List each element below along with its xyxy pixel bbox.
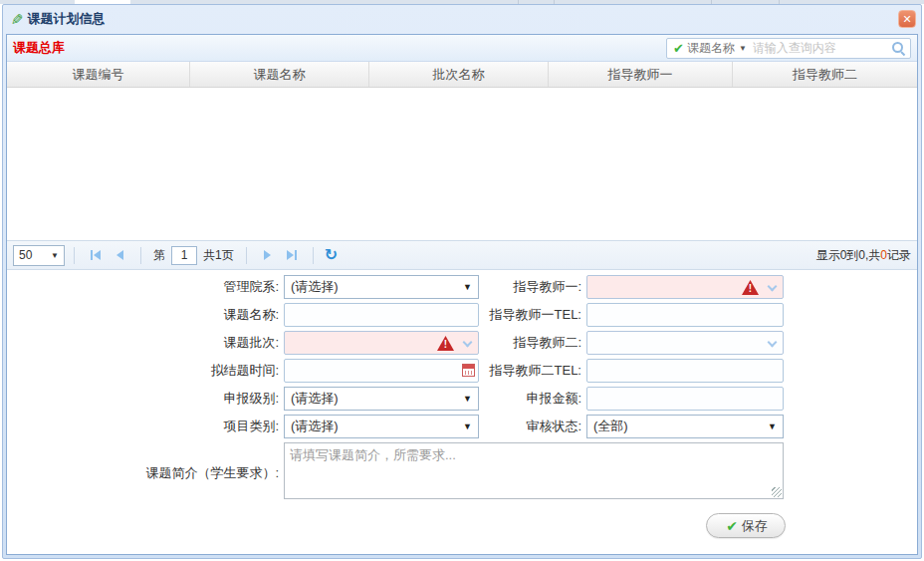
search-box: ✔ 课题名称 ▼ bbox=[666, 38, 911, 59]
status-label: 审核状态: bbox=[483, 418, 586, 435]
chevron-down-icon: ▼ bbox=[463, 394, 472, 404]
panel-title: 课题总库 bbox=[13, 39, 65, 57]
status-select[interactable]: (全部) ▼ bbox=[586, 415, 784, 438]
warning-icon bbox=[437, 336, 454, 351]
column-header-topic-name[interactable]: 课题名称 bbox=[190, 62, 369, 87]
category-label: 项目类别: bbox=[7, 418, 284, 435]
advisor2-label: 指导教师二: bbox=[483, 334, 586, 352]
pagination-bar: 50 ▼ 第 共1页 bbox=[7, 240, 917, 270]
next-page-icon bbox=[264, 250, 271, 260]
dept-label: 管理院系: bbox=[7, 278, 284, 296]
chevron-down-icon bbox=[768, 338, 778, 348]
table-body-empty bbox=[7, 88, 917, 240]
dialog-title: 课题计划信息 bbox=[28, 10, 106, 28]
first-page-icon bbox=[91, 250, 93, 260]
advisor1-combobox[interactable] bbox=[586, 275, 784, 299]
search-icon[interactable] bbox=[891, 41, 906, 56]
page-size-select[interactable]: 50 ▼ bbox=[13, 245, 65, 266]
chevron-down-icon bbox=[768, 282, 778, 292]
last-page-button[interactable] bbox=[280, 245, 304, 265]
chevron-down-icon: ▼ bbox=[463, 421, 472, 431]
page-number-input[interactable] bbox=[171, 246, 197, 265]
batch-label: 课题批次: bbox=[7, 334, 284, 352]
warning-icon bbox=[742, 280, 759, 295]
dialog-window: ✎ 课题计划信息 ✕ 课题总库 ✔ 课题名称 ▼ bbox=[2, 4, 922, 559]
last-page-icon bbox=[295, 250, 297, 260]
intro-textarea[interactable] bbox=[284, 442, 784, 499]
prev-page-icon bbox=[116, 250, 123, 260]
advisor2-tel-input[interactable] bbox=[586, 359, 784, 383]
save-button[interactable]: ✔ 保存 bbox=[706, 513, 786, 538]
dept-select[interactable]: (请选择) ▼ bbox=[284, 275, 479, 299]
advisor1-tel-label: 指导教师一TEL: bbox=[483, 306, 586, 324]
field-check-icon: ✔ bbox=[673, 42, 684, 55]
record-count: 0 bbox=[880, 248, 887, 262]
save-button-label: 保存 bbox=[742, 517, 768, 535]
level-select[interactable]: (请选择) ▼ bbox=[284, 387, 479, 411]
amount-input[interactable] bbox=[586, 387, 784, 411]
table-header: 课题编号 课题名称 批次名称 指导教师一 指导教师二 bbox=[7, 62, 917, 88]
save-check-icon: ✔ bbox=[726, 519, 738, 533]
refresh-icon[interactable]: ↻ bbox=[325, 247, 338, 263]
topic-name-label: 课题名称: bbox=[7, 306, 284, 324]
intro-field bbox=[284, 442, 784, 499]
chevron-down-icon: ▼ bbox=[51, 251, 59, 260]
first-page-button[interactable] bbox=[84, 245, 108, 265]
grid-toolbar: 课题总库 ✔ 课题名称 ▼ bbox=[7, 35, 917, 62]
record-summary: 显示0到0,共0记录 bbox=[816, 247, 911, 264]
screen: ✎ 课题计划信息 ✕ 课题总库 ✔ 课题名称 ▼ bbox=[0, 0, 924, 561]
advisor2-combobox[interactable] bbox=[586, 331, 784, 355]
batch-combobox[interactable] bbox=[284, 331, 479, 355]
chevron-down-icon: ▼ bbox=[768, 421, 777, 431]
chevron-down-icon bbox=[463, 338, 473, 348]
level-label: 申报级别: bbox=[7, 390, 284, 408]
edit-pencil-icon: ✎ bbox=[11, 12, 24, 27]
page-total: 共1页 bbox=[203, 247, 234, 264]
end-time-field bbox=[284, 359, 479, 383]
end-time-input[interactable] bbox=[284, 359, 479, 383]
column-header-topic-id[interactable]: 课题编号 bbox=[7, 62, 190, 87]
column-header-batch-name[interactable]: 批次名称 bbox=[369, 62, 549, 87]
advisor1-label: 指导教师一: bbox=[483, 278, 586, 296]
next-page-button[interactable] bbox=[256, 245, 280, 265]
advisor2-tel-label: 指导教师二TEL: bbox=[483, 362, 586, 380]
topic-name-input[interactable] bbox=[284, 303, 479, 327]
close-icon: ✕ bbox=[902, 14, 911, 25]
chevron-down-icon: ▼ bbox=[739, 44, 747, 53]
search-field-selector[interactable]: 课题名称 ▼ bbox=[687, 40, 747, 57]
search-input[interactable] bbox=[753, 41, 891, 55]
topic-form: 管理院系: (请选择) ▼ 指导教师一: bbox=[7, 270, 917, 554]
category-select[interactable]: (请选择) ▼ bbox=[284, 415, 479, 438]
amount-label: 申报金额: bbox=[483, 390, 586, 408]
chevron-down-icon: ▼ bbox=[463, 282, 472, 292]
page-size-value: 50 bbox=[19, 248, 32, 262]
end-time-label: 拟结题时间: bbox=[7, 362, 284, 380]
content-panel: 课题总库 ✔ 课题名称 ▼ 课题编号 课题名称 批次名称 指导教师一 指导教师二 bbox=[6, 34, 918, 555]
search-field-label: 课题名称 bbox=[687, 40, 735, 57]
calendar-icon[interactable] bbox=[462, 364, 475, 377]
close-button[interactable]: ✕ bbox=[898, 10, 916, 28]
column-header-advisor2[interactable]: 指导教师二 bbox=[733, 62, 917, 87]
prev-page-button[interactable] bbox=[108, 245, 131, 265]
advisor1-tel-input[interactable] bbox=[586, 303, 784, 327]
intro-label: 课题简介（学生要求）: bbox=[7, 442, 284, 482]
column-header-advisor1[interactable]: 指导教师一 bbox=[549, 62, 733, 87]
page-prefix: 第 bbox=[153, 247, 165, 264]
dialog-titlebar: ✎ 课题计划信息 ✕ bbox=[3, 5, 921, 33]
